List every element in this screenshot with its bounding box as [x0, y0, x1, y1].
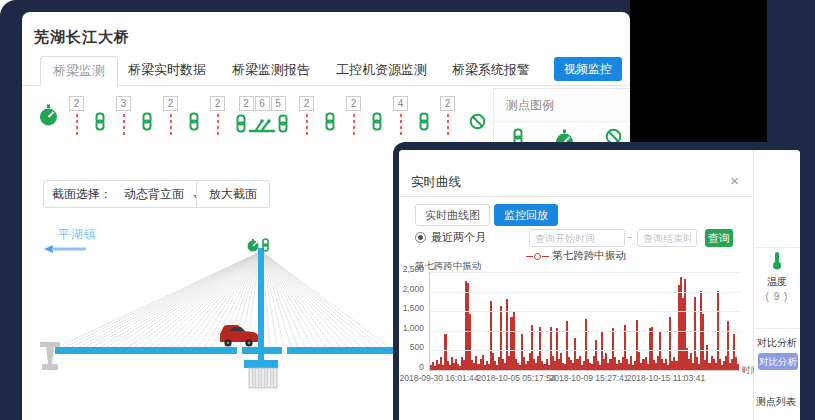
sensor-count-badge: 2	[210, 96, 225, 111]
x-tick-label: 2018-10-15 11:03:41	[627, 373, 705, 383]
sensor-count-badge: 2	[239, 96, 254, 111]
range-separator: -	[628, 231, 631, 242]
sensor-point: 2	[346, 96, 361, 138]
chart-bars	[430, 272, 740, 370]
thermometer-icon	[771, 251, 783, 270]
gauge-icon	[38, 103, 59, 127]
sensor-dash-line	[217, 114, 219, 138]
point-list-label: 测点列表	[756, 395, 796, 409]
end-time-input[interactable]	[637, 229, 697, 247]
sensor-count-badge: 6	[255, 96, 270, 111]
divider	[754, 328, 800, 329]
sensor-count-badge: 2	[163, 96, 178, 111]
bridge-piles	[249, 368, 277, 388]
radio-last-two-months[interactable]	[415, 232, 426, 243]
sensor-dash-line	[306, 114, 308, 138]
bridge-deck	[55, 347, 393, 354]
chain-icon	[371, 112, 383, 131]
gridline	[430, 350, 740, 351]
sensor-point: 2	[69, 96, 84, 138]
chain-sensor-icon[interactable]	[277, 114, 289, 137]
sensor-count-badge: 5	[271, 96, 286, 111]
legend-marker-icon	[542, 256, 549, 257]
right-panel: 温度 ( 9 ) 对比分析 对比分析 测点列表	[754, 150, 800, 420]
tab-bridge-system-alarm[interactable]: 桥梁系统报警	[452, 56, 530, 84]
page-title: 芜湖长江大桥	[34, 28, 130, 47]
divider	[754, 247, 800, 248]
car-image	[220, 325, 258, 347]
radio-label: 最近两个月	[431, 230, 486, 245]
chain-sensor-icon[interactable]	[371, 112, 383, 135]
legend-panel-title: 测点图例	[494, 89, 630, 122]
y-tick-label: 0	[419, 362, 424, 372]
tower-gauge-icon[interactable]	[248, 239, 259, 252]
tab-realtime-curve-chart[interactable]: 实时曲线图	[415, 204, 490, 226]
chain-icon	[141, 112, 153, 131]
chain-sensor-icon[interactable]	[141, 112, 153, 135]
chain-icon	[324, 112, 336, 131]
tab-bridge-monitoring[interactable]: 桥梁监测	[40, 56, 118, 87]
sensor-dash-line	[353, 114, 355, 138]
sensor-count-badge: 3	[116, 96, 131, 111]
sensor-point: 2	[210, 96, 225, 138]
y-tick-label: 1,000	[403, 323, 424, 333]
temperature-label: 温度	[754, 275, 800, 289]
sensor-dash-line	[76, 114, 78, 138]
dialog-header: 实时曲线 ×	[399, 172, 753, 197]
sensor-point: 4	[393, 96, 408, 138]
close-icon[interactable]: ×	[730, 173, 739, 189]
section-select-label: 截面选择：	[44, 186, 120, 203]
start-time-input[interactable]	[529, 229, 625, 247]
y-tick-label: 2,500	[403, 264, 424, 274]
zoom-section-button[interactable]: 放大截面	[196, 180, 270, 208]
tab-bridge-report[interactable]: 桥梁监测报告	[232, 56, 310, 84]
chain-sensor-icon[interactable]	[418, 112, 430, 135]
chain-sensor-icon[interactable]	[235, 114, 247, 137]
video-monitor-button[interactable]: 视频监控	[554, 57, 622, 81]
tab-bar: 桥梁监测 桥梁实时数据 桥梁监测报告 工控机资源监测 桥梁系统报警	[22, 56, 630, 86]
tab-monitoring-playback[interactable]: 监控回放	[494, 204, 558, 226]
sensor-point: 2	[299, 96, 314, 138]
disabled-sensor-icon[interactable]	[469, 113, 486, 134]
tab-bridge-realtime-data[interactable]: 桥梁实时数据	[128, 56, 206, 84]
bridge-pier	[40, 342, 60, 370]
tower-chain-icon[interactable]	[263, 239, 268, 251]
temperature-count: ( 9 )	[754, 291, 800, 302]
legend-marker-icon	[526, 256, 533, 257]
tab-ipc-resource-monitoring[interactable]: 工控机资源监测	[336, 56, 427, 84]
query-form: 最近两个月 - 查询	[415, 229, 745, 247]
x-tick-label: 2018-09-30 16:01:44	[400, 373, 479, 383]
bridge-illustration	[22, 238, 402, 420]
chain-icon	[418, 112, 430, 131]
query-button[interactable]: 查询	[705, 229, 733, 247]
sensor-count-badge: 2	[299, 96, 314, 111]
sensor-count-badge: 2	[69, 96, 84, 111]
gauge-sensor-icon[interactable]	[38, 103, 59, 131]
sensor-point: 2	[163, 96, 178, 138]
sensor-dash-line	[447, 114, 449, 138]
bridge-sensor-cluster: 265	[235, 96, 289, 137]
compare-analysis-title: 对比分析	[757, 336, 797, 350]
ban-icon	[469, 113, 486, 130]
x-tick-label: 2018-10-05 05:17:54	[477, 373, 556, 383]
legend-dot-icon	[534, 253, 541, 260]
legend-label: 第七跨跨中振动	[552, 249, 626, 261]
sensor-point: 2	[440, 96, 455, 138]
gridline	[430, 311, 740, 312]
drawbridge-sensor-icon[interactable]	[248, 116, 276, 137]
sensor-count-badge: 4	[393, 96, 408, 111]
y-tick-label: 500	[410, 342, 424, 352]
dialog-tabs: 实时曲线图 监控回放	[415, 204, 558, 226]
chain-icon	[188, 112, 200, 131]
x-tick-label: 2018-10-09 15:27:41	[550, 373, 629, 383]
sensor-point: 3	[116, 96, 131, 138]
gridline	[430, 331, 740, 332]
sensor-dash-line	[123, 114, 125, 138]
chain-sensor-icon[interactable]	[188, 112, 200, 135]
temperature-block[interactable]: 温度 ( 9 )	[754, 251, 800, 302]
chain-sensor-icon[interactable]	[324, 112, 336, 135]
section-select-value: 动态背立面	[124, 187, 184, 201]
x-axis-labels: 2018-09-30 16:01:442018-10-05 05:17:5420…	[429, 373, 739, 383]
chain-sensor-icon[interactable]	[94, 112, 106, 135]
compare-analysis-button[interactable]: 对比分析	[758, 353, 798, 370]
